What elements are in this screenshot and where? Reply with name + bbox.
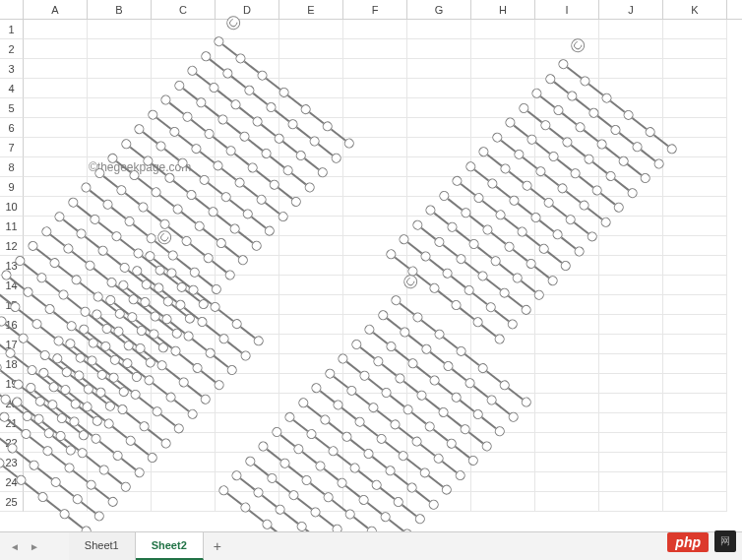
cell-H24[interactable]	[471, 472, 535, 492]
cell-H23[interactable]	[471, 453, 535, 472]
row-header-4[interactable]: 4	[0, 79, 24, 98]
cell-I22[interactable]	[535, 433, 599, 453]
row-header-14[interactable]: 14	[0, 276, 24, 295]
cell-F19[interactable]	[343, 374, 407, 394]
cell-E11[interactable]	[279, 217, 343, 236]
column-header-E[interactable]: E	[279, 0, 343, 19]
cell-A11[interactable]	[24, 217, 88, 236]
cell-A6[interactable]	[24, 118, 88, 138]
cell-B15[interactable]	[88, 295, 152, 315]
cell-E14[interactable]	[279, 276, 343, 295]
cell-C9[interactable]	[152, 177, 216, 197]
cell-D24[interactable]	[216, 472, 279, 492]
cell-B14[interactable]	[88, 276, 152, 295]
row-header-16[interactable]: 16	[0, 315, 24, 335]
cell-B3[interactable]	[88, 59, 152, 79]
cell-C18[interactable]	[152, 354, 216, 374]
cell-J3[interactable]	[599, 59, 663, 79]
cell-F11[interactable]	[343, 217, 407, 236]
cell-G13[interactable]	[407, 256, 471, 276]
connector-line[interactable]	[389, 519, 403, 530]
cell-I10[interactable]	[535, 197, 599, 217]
cell-A16[interactable]	[24, 315, 88, 335]
cell-G5[interactable]	[407, 98, 471, 118]
cell-E19[interactable]	[279, 374, 343, 394]
row-header-3[interactable]: 3	[0, 59, 24, 79]
cell-A13[interactable]	[24, 256, 88, 276]
cell-F25[interactable]	[343, 492, 407, 512]
cell-D18[interactable]	[216, 354, 279, 374]
sheet-tab-sheet2[interactable]: Sheet2	[136, 532, 204, 560]
connector-line[interactable]	[353, 517, 368, 529]
cell-F9[interactable]	[343, 177, 407, 197]
cell-E6[interactable]	[279, 118, 343, 138]
cell-E5[interactable]	[279, 98, 343, 118]
cell-H7[interactable]	[471, 138, 535, 157]
cell-H11[interactable]	[471, 217, 535, 236]
cell-A5[interactable]	[24, 98, 88, 118]
cell-B5[interactable]	[88, 98, 152, 118]
cell-H1[interactable]	[471, 20, 535, 39]
cell-D4[interactable]	[216, 79, 279, 98]
cell-I16[interactable]	[535, 315, 599, 335]
cell-A9[interactable]	[24, 177, 88, 197]
cell-D5[interactable]	[216, 98, 279, 118]
cell-H21[interactable]	[471, 413, 535, 433]
cell-G2[interactable]	[407, 39, 471, 59]
cell-F23[interactable]	[343, 453, 407, 472]
row-header-2[interactable]: 2	[0, 39, 24, 59]
row-header-15[interactable]: 15	[0, 295, 24, 315]
cell-D8[interactable]	[216, 157, 279, 177]
cell-J9[interactable]	[599, 177, 663, 197]
cell-D15[interactable]	[216, 295, 279, 315]
column-header-G[interactable]: G	[407, 0, 471, 19]
cell-B19[interactable]	[88, 374, 152, 394]
cell-K20[interactable]	[663, 394, 727, 413]
cell-F3[interactable]	[343, 59, 407, 79]
cell-K1[interactable]	[663, 20, 727, 39]
cell-C16[interactable]	[152, 315, 216, 335]
cell-K24[interactable]	[663, 472, 727, 492]
selection-handle-icon[interactable]	[330, 522, 343, 531]
cell-F6[interactable]	[343, 118, 407, 138]
selection-handle-icon[interactable]	[413, 512, 427, 526]
cell-B10[interactable]	[88, 197, 152, 217]
selection-handle-icon[interactable]	[365, 525, 379, 531]
cell-B18[interactable]	[88, 354, 152, 374]
cell-G8[interactable]	[407, 157, 471, 177]
cell-D21[interactable]	[216, 413, 279, 433]
row-header-25[interactable]: 25	[0, 492, 24, 512]
cell-E20[interactable]	[279, 394, 343, 413]
row-header-13[interactable]: 13	[0, 256, 24, 276]
cell-G15[interactable]	[407, 295, 471, 315]
cell-A10[interactable]	[24, 197, 88, 217]
cell-J2[interactable]	[599, 39, 663, 59]
cell-G3[interactable]	[407, 59, 471, 79]
cell-E18[interactable]	[279, 354, 343, 374]
cell-D7[interactable]	[216, 138, 279, 157]
cell-A14[interactable]	[24, 276, 88, 295]
sheet-nav-next[interactable]: ►	[30, 541, 39, 552]
cell-A1[interactable]	[24, 20, 88, 39]
cell-D1[interactable]	[216, 20, 279, 39]
column-header-J[interactable]: J	[599, 0, 663, 19]
sheet-tab-sheet1[interactable]: Sheet1	[69, 532, 136, 560]
cell-D9[interactable]	[216, 177, 279, 197]
cell-B11[interactable]	[88, 217, 152, 236]
cell-A22[interactable]	[24, 433, 88, 453]
connector-line[interactable]	[283, 512, 298, 524]
cell-I8[interactable]	[535, 157, 599, 177]
column-header-K[interactable]: K	[663, 0, 727, 19]
cell-K21[interactable]	[663, 413, 727, 433]
row-header-19[interactable]: 19	[0, 374, 24, 394]
cell-C15[interactable]	[152, 295, 216, 315]
cell-B4[interactable]	[88, 79, 152, 98]
cell-B17[interactable]	[88, 335, 152, 354]
cell-A21[interactable]	[24, 413, 88, 433]
column-header-A[interactable]: A	[24, 0, 88, 19]
cell-A18[interactable]	[24, 354, 88, 374]
cell-I15[interactable]	[535, 295, 599, 315]
cell-G10[interactable]	[407, 197, 471, 217]
cell-C14[interactable]	[152, 276, 216, 295]
cell-J5[interactable]	[599, 98, 663, 118]
